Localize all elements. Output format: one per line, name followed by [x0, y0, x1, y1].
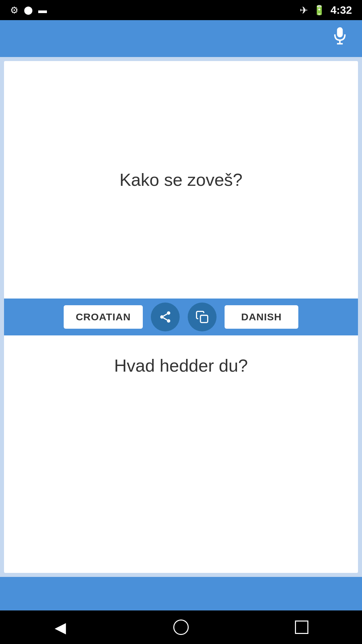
back-icon: ◀: [55, 619, 66, 636]
microphone-icon: [331, 26, 349, 47]
source-panel: Kako se zoveš?: [4, 61, 358, 299]
airplane-icon: ✈: [300, 4, 308, 16]
nav-bar: ◀: [0, 610, 362, 644]
app-header: [0, 20, 362, 57]
recent-icon: [295, 621, 308, 634]
circle-icon: ⬤: [24, 5, 33, 15]
sd-card-icon: ▬: [38, 5, 47, 15]
status-right-icons: ✈ 🔋 4:32: [300, 4, 352, 16]
svg-line-7: [163, 314, 167, 316]
svg-rect-8: [200, 315, 208, 323]
svg-point-5: [167, 319, 170, 323]
status-bar: ⚙ ⬤ ▬ ✈ 🔋 4:32: [0, 0, 362, 20]
bottom-bar: [0, 577, 362, 610]
target-panel: Hvad hedder du?: [4, 335, 358, 573]
svg-line-6: [163, 318, 167, 320]
target-language-button[interactable]: DANISH: [225, 305, 298, 329]
recent-button[interactable]: [285, 610, 318, 644]
svg-point-3: [167, 311, 170, 315]
share-button[interactable]: [151, 303, 180, 331]
battery-icon: 🔋: [313, 5, 325, 16]
status-left-icons: ⚙ ⬤ ▬: [10, 5, 47, 16]
home-icon: [173, 620, 189, 635]
status-time: 4:32: [330, 4, 352, 16]
microphone-button[interactable]: [331, 26, 349, 51]
back-button[interactable]: ◀: [44, 610, 77, 644]
source-language-button[interactable]: CROATIAN: [64, 305, 143, 329]
share-icon: [159, 310, 172, 324]
copy-button[interactable]: [188, 303, 217, 331]
source-text: Kako se zoveš?: [106, 156, 256, 203]
language-bar: CROATIAN DANISH: [4, 299, 358, 335]
svg-point-4: [160, 315, 164, 319]
main-content: Kako se zoveš? CROATIAN DANISH Hvad hedd…: [0, 57, 362, 577]
copy-icon: [195, 310, 209, 324]
home-button[interactable]: [164, 610, 198, 644]
target-text: Hvad hedder du?: [101, 335, 261, 396]
gear-icon: ⚙: [10, 5, 18, 16]
svg-rect-0: [337, 27, 343, 37]
